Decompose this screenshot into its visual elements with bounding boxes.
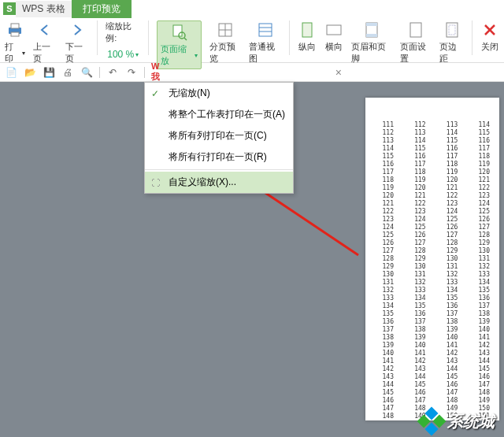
landscape-label: 横向 [325, 41, 343, 53]
arrow-right-icon [68, 20, 87, 39]
landscape-icon [324, 20, 343, 39]
ribbon: 打印▾ 上一页 下一页 缩放比例: 100 %▾ 页面缩放▾ 分页预览 普通视图… [0, 17, 504, 63]
table-row: 111112113114 [375, 121, 490, 129]
dd-label: 自定义缩放(X)... [169, 176, 236, 189]
dd-label: 无缩放(N) [169, 87, 210, 100]
header-footer-button[interactable]: 页眉和页脚 [351, 20, 391, 65]
check-icon: ✓ [151, 88, 162, 99]
print-preview-page: 1111121131141121131141151131141151161141… [365, 98, 499, 420]
save-icon[interactable]: 💾 [43, 66, 55, 79]
separator [97, 20, 98, 55]
table-row: 129130131132 [375, 263, 490, 271]
undo-icon[interactable]: ↶ [106, 66, 119, 79]
table-row: 142143144145 [375, 365, 490, 373]
svg-rect-13 [327, 25, 341, 35]
separator [148, 20, 149, 55]
table-row: 118119120121 [375, 176, 490, 184]
separator [289, 20, 290, 55]
page-break-label: 分页预览 [209, 41, 242, 65]
new-icon[interactable]: 📄 [5, 66, 17, 79]
dd-label: 将整个工作表打印在一页(A) [169, 108, 285, 121]
table-row: 116117118119 [375, 161, 490, 169]
expand-icon: ⛶ [151, 178, 162, 187]
page-zoom-label: 页面缩放▾ [161, 43, 198, 67]
print-label: 打印▾ [5, 41, 25, 65]
svg-rect-17 [410, 23, 421, 37]
page-setup-label: 页面设置 [400, 41, 432, 65]
table-row: 123124125126 [375, 216, 490, 224]
normal-view-label: 普通视图 [249, 41, 281, 65]
tab-close-button[interactable]: × [335, 66, 342, 79]
table-row: 120121122123 [375, 192, 490, 200]
normal-view-button[interactable]: 普通视图 [249, 20, 281, 65]
dd-item-custom-zoom[interactable]: ⛶ 自定义缩放(X)... [145, 172, 293, 193]
header-footer-icon [362, 20, 381, 39]
next-page-button[interactable]: 下一页 [65, 20, 90, 65]
redo-icon[interactable]: ↷ [125, 66, 138, 79]
portrait-label: 纵向 [298, 41, 316, 53]
prev-page-button[interactable]: 上一页 [33, 20, 57, 65]
margins-label: 页边距 [439, 41, 464, 65]
watermark-logo-icon [416, 406, 447, 437]
preview-data-table: 1111121131141121131141151131141151161141… [375, 121, 490, 420]
separator [145, 169, 293, 170]
table-row: 137138139140 [375, 326, 490, 334]
next-label: 下一页 [65, 41, 90, 65]
separator [144, 67, 145, 78]
page-zoom-icon [169, 23, 188, 42]
watermark-text: 系统城 [447, 411, 495, 432]
separator [99, 67, 100, 78]
svg-line-5 [184, 38, 187, 40]
tab-print-preview[interactable]: 打印预览 [72, 0, 132, 18]
table-row: 135136137138 [375, 310, 490, 318]
table-row: 114115116117 [375, 145, 490, 153]
print-icon[interactable]: 🖨 [61, 66, 74, 79]
open-icon[interactable]: 📂 [24, 66, 36, 79]
landscape-button[interactable]: 横向 [324, 20, 343, 53]
app-badge: S [3, 2, 16, 15]
print-button[interactable]: 打印▾ [5, 20, 25, 65]
close-icon [480, 20, 499, 39]
portrait-icon [298, 20, 317, 39]
dd-item-fit-sheet[interactable]: 将整个工作表打印在一页(A) [145, 104, 293, 125]
table-row: 130131132133 [375, 271, 490, 279]
dd-item-fit-rows[interactable]: 将所有行打印在一页(R) [145, 146, 293, 168]
dd-item-no-zoom[interactable]: ✓ 无缩放(N) [145, 83, 293, 104]
dd-item-fit-cols[interactable]: 将所有列打印在一页(C) [145, 125, 293, 146]
close-label: 关闭 [481, 41, 498, 53]
prev-label: 上一页 [33, 41, 57, 65]
close-button[interactable]: 关闭 [480, 20, 499, 53]
svg-rect-12 [302, 23, 312, 37]
grid-icon [216, 20, 235, 39]
arrow-left-icon [35, 20, 54, 39]
table-row: 144145146147 [375, 381, 490, 389]
app-name: WPS 表格 [16, 1, 72, 17]
portrait-button[interactable]: 纵向 [298, 20, 317, 53]
zoom-label: 缩放比例: [106, 20, 140, 44]
table-row: 139140141142 [375, 342, 490, 350]
svg-rect-2 [11, 32, 19, 36]
table-row: 140141142143 [375, 350, 490, 357]
table-row: 113114115116 [375, 137, 490, 145]
wps-logo[interactable]: W 我 [151, 66, 164, 79]
table-row: 117118119120 [375, 169, 490, 176]
table-row: 125126127128 [375, 231, 490, 239]
zoom-value[interactable]: 100 %▾ [107, 49, 139, 60]
separator [472, 20, 472, 55]
svg-rect-1 [11, 24, 19, 28]
table-row: 146147148149 [375, 397, 490, 405]
table-row: 143144145146 [375, 373, 490, 381]
table-row: 115116117118 [375, 153, 490, 161]
zoom-group: 缩放比例: 100 %▾ [106, 20, 140, 60]
table-row: 138139140141 [375, 334, 490, 342]
page-zoom-dropdown: ✓ 无缩放(N) 将整个工作表打印在一页(A) 将所有列打印在一页(C) 将所有… [144, 82, 294, 194]
table-row: 132133134135 [375, 287, 490, 294]
preview-icon[interactable]: 🔍 [80, 66, 93, 79]
margins-button[interactable]: 页边距 [439, 20, 464, 65]
table-row: 126127128129 [375, 239, 490, 247]
svg-rect-15 [366, 23, 377, 26]
table-row: 127128129130 [375, 247, 490, 255]
page-break-button[interactable]: 分页预览 [209, 20, 242, 65]
table-row: 136137138139 [375, 318, 490, 326]
page-setup-button[interactable]: 页面设置 [400, 20, 432, 65]
